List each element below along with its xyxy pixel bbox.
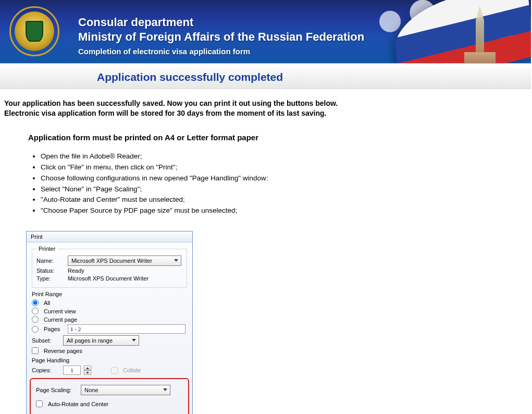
printer-group-label: Printer <box>36 246 57 252</box>
printer-type-value: Microsoft XPS Document Writer <box>68 275 149 282</box>
range-pages-radio[interactable] <box>32 326 39 333</box>
highlighted-settings-box: Page Scaling: None Auto-Rotate and Cente… <box>30 378 189 414</box>
instruction-list: Open the file in Adobe® Reader; Click on… <box>30 151 532 217</box>
range-currentview-radio[interactable] <box>32 308 39 314</box>
header-line-1: Consular department <box>78 16 364 29</box>
printer-name-label: Name: <box>36 258 65 264</box>
printer-group: Printer Name: Microsoft XPS Document Wri… <box>32 246 187 288</box>
subset-select[interactable]: All pages in range <box>63 335 139 346</box>
range-all-label: All <box>44 300 50 306</box>
print-range-label: Print Range <box>32 291 187 297</box>
mfa-building-icon <box>463 6 497 63</box>
list-item: "Choose Paper Source by PDF page size" m… <box>41 205 532 216</box>
copies-label: Copies: <box>32 367 60 373</box>
list-item: Select "None" in "Page Scaling"; <box>41 184 532 195</box>
print-dialog-title: Print <box>27 232 192 242</box>
section-heading: Application form must be printed on A4 o… <box>28 133 532 142</box>
subset-label: Subset: <box>32 337 60 344</box>
header-line-3: Completion of electronic visa applicatio… <box>78 47 364 56</box>
printer-status-label: Status: <box>36 267 65 274</box>
list-item: Choose following configurations in new o… <box>41 173 532 184</box>
range-pages-input[interactable] <box>68 324 185 334</box>
header-text: Consular department Ministry of Foreign … <box>78 16 364 56</box>
collate-checkbox <box>111 367 118 374</box>
consular-emblem-icon <box>9 6 59 56</box>
intro-line-2: Electronic visa application form will be… <box>4 108 526 118</box>
range-currentview-label: Current view <box>44 308 76 314</box>
page-scaling-select[interactable]: None <box>81 385 170 395</box>
list-item: "Auto-Rotate and Center" must be unselec… <box>41 194 532 205</box>
printer-type-label: Type: <box>36 275 65 282</box>
reverse-pages-checkbox[interactable] <box>32 347 39 354</box>
printer-name-select[interactable]: Microsoft XPS Document Writer <box>68 255 181 266</box>
list-item: Click on "File" in menu, then click on "… <box>41 162 532 173</box>
printer-status-value: Ready <box>68 267 84 274</box>
copies-input[interactable] <box>63 366 81 375</box>
header-line-2: Ministry of Foreign Affairs of the Russi… <box>78 30 364 44</box>
header-banner: Consular department Ministry of Foreign … <box>0 0 531 64</box>
range-all-radio[interactable] <box>32 299 39 306</box>
intro-text: Your application has been successfully s… <box>0 89 532 118</box>
page-scaling-label: Page Scaling: <box>36 387 78 393</box>
range-currentpage-radio[interactable] <box>32 316 39 323</box>
page-handling-label: Page Handling <box>32 357 187 363</box>
reverse-pages-label: Reverse pages <box>44 348 82 354</box>
page-title: Application successfully completed <box>97 71 283 83</box>
page-title-bar: Application successfully completed <box>0 64 531 89</box>
range-currentpage-label: Current page <box>44 316 77 323</box>
range-pages-label: Pages <box>44 326 65 332</box>
autorotate-checkbox[interactable] <box>36 400 43 407</box>
autorotate-label: Auto-Rotate and Center <box>48 401 108 407</box>
print-dialog: Print Printer Name: Microsoft XPS Docume… <box>26 231 193 414</box>
collate-label: Collate <box>123 367 141 373</box>
copies-spinner[interactable] <box>84 366 91 375</box>
intro-line-1: Your application has been successfully s… <box>4 99 526 108</box>
list-item: Open the file in Adobe® Reader; <box>41 151 532 162</box>
